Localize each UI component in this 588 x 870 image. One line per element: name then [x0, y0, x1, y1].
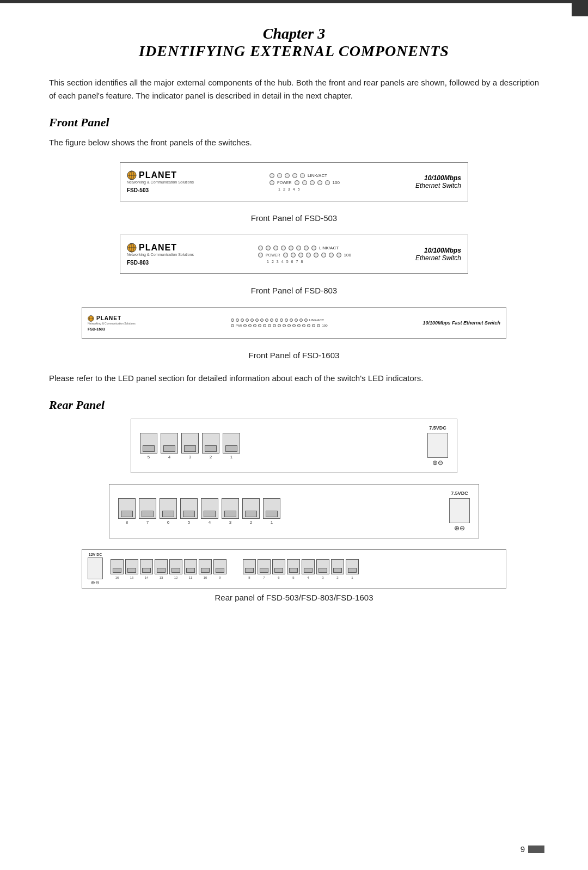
led100-group4-1603 — [302, 324, 320, 327]
led100-1 — [295, 180, 299, 185]
power-box-1603 — [88, 557, 103, 579]
fsd503-caption: Front Panel of FSD-503 — [49, 213, 539, 223]
port-803-2 — [242, 498, 260, 519]
planet-logo-503: PLANET Networking & Communication Soluti… — [127, 170, 194, 193]
port-503-2 — [202, 433, 219, 454]
fsd803-caption: Front Panel of FSD-803 — [49, 286, 539, 295]
port-1603-6 — [272, 559, 285, 574]
fsd1603-front-panel: PLANET Networking & Communication Soluti… — [82, 307, 506, 339]
fsd1603-diagram-container: PLANET Networking & Communication Soluti… — [49, 307, 539, 343]
globe-icon-803 — [127, 243, 137, 253]
led-1 — [270, 173, 274, 178]
port-803-7 — [139, 498, 156, 519]
led100-3 — [310, 180, 315, 185]
rear-503-container: 5 4 3 2 1 — [49, 419, 539, 473]
led-area-1603: LINK/ACT PWR — [231, 318, 328, 327]
power-row-1603: PWR — [231, 324, 328, 327]
port-1603-1 — [346, 559, 359, 574]
led-5 — [300, 173, 305, 178]
port-1603-3 — [316, 559, 329, 574]
led100-label-803: 100 — [344, 253, 351, 258]
led-note: Please refer to the LED panel section fo… — [49, 372, 539, 385]
planet-logo-803: PLANET Networking & Communication Soluti… — [127, 243, 194, 266]
led803-2 — [266, 246, 271, 250]
led803-3 — [273, 246, 278, 250]
brand-logo-1603: PLANET — [88, 315, 121, 322]
model-label-1603: FSD-1603 — [88, 327, 105, 331]
port-group-503: 5 4 3 2 1 — [140, 433, 240, 459]
power-area-503: 7.5VDC ⊕⊖ — [427, 425, 448, 467]
brand-name-1603: PLANET — [96, 315, 121, 321]
front-panel-description: The figure below shows the front panels … — [49, 136, 539, 149]
led100-803-1 — [283, 253, 288, 258]
fsd803-diagram-container: PLANET Networking & Communication Soluti… — [49, 235, 539, 278]
port-803-6 — [160, 498, 177, 519]
model-label-503: FSD-503 — [127, 187, 149, 193]
led-area-503: LINK/ACT POWER 100 1 — [270, 173, 340, 191]
planet-logo-1603: PLANET Networking & Communication Soluti… — [88, 315, 136, 331]
rear-caption: Rear panel of FSD-503/FSD-803/FSD-1603 — [49, 593, 539, 602]
led100-803-7 — [329, 253, 334, 258]
brand-subtext-1603: Networking & Communication Solutions — [88, 322, 136, 325]
rear-503-panel: 5 4 3 2 1 — [131, 419, 457, 473]
led100-label-503: 100 — [333, 180, 340, 185]
switch-label-803: Ethernet Switch — [415, 254, 461, 262]
port-1603-7 — [258, 559, 271, 574]
page-num-text: 9 — [520, 844, 525, 854]
power-connector-1603: ⊕⊖ — [91, 580, 100, 585]
brand-subtext-803: Networking & Communication Solutions — [127, 253, 194, 256]
led100-803-8 — [336, 253, 341, 258]
content-area: Chapter 3 IDENTIFYING EXTERNAL COMPONENT… — [0, 3, 588, 646]
port-803-8 — [118, 498, 136, 519]
chapter-title: Chapter 3 — [49, 25, 539, 42]
power-label-503: POWER — [277, 181, 291, 185]
rear-803-panel: 8 7 6 5 4 — [109, 484, 479, 538]
led-group3-1603 — [270, 318, 288, 322]
power-area-803: 7.5VDC ⊕⊖ — [449, 491, 470, 532]
brand-logo-803: PLANET — [127, 243, 177, 253]
led100-803-2 — [291, 253, 296, 258]
power-connector-503: ⊕⊖ — [432, 459, 443, 467]
power-led-803 — [258, 253, 263, 258]
power-row-803: POWER 100 — [258, 253, 351, 258]
rear-1603-container: 12V DC ⊕⊖ 16 15 14 — [49, 549, 539, 589]
port-numbers-803: 1 2 3 4 5 6 7 8 — [258, 260, 303, 264]
port-1603-11 — [184, 559, 197, 574]
power-label-803-rear: 7.5VDC — [451, 491, 468, 496]
chapter-header: Chapter 3 IDENTIFYING EXTERNAL COMPONENT… — [49, 25, 539, 60]
speed-area-803: 10/100Mbps Ethernet Switch — [415, 247, 461, 262]
brand-logo-503: PLANET — [127, 170, 177, 180]
linkact-label-503: LINK/ACT — [308, 173, 327, 178]
led100-2 — [302, 180, 307, 185]
page-number: 9 — [520, 844, 544, 854]
port-1603-2 — [331, 559, 344, 574]
power-box-503 — [427, 433, 448, 458]
led-2 — [277, 173, 282, 178]
led100-803-3 — [298, 253, 303, 258]
brand-name-503: PLANET — [139, 170, 177, 180]
led803-8 — [311, 246, 316, 250]
port-1603-16 — [111, 559, 124, 574]
port-503-4 — [161, 433, 178, 454]
fsd503-diagram-container: PLANET Networking & Communication Soluti… — [49, 162, 539, 206]
power-row-503: POWER 100 — [270, 180, 340, 185]
power-label-503-rear: 7.5VDC — [429, 425, 446, 431]
port-1603-15 — [125, 559, 138, 574]
led-group4-1603 — [290, 318, 308, 322]
power-connector-803: ⊕⊖ — [454, 524, 465, 532]
brand-subtext-503: Networking & Communication Solutions — [127, 180, 194, 184]
led100-803-4 — [306, 253, 311, 258]
led803-4 — [281, 246, 286, 250]
page-container: Chapter 3 IDENTIFYING EXTERNAL COMPONENT… — [0, 0, 588, 870]
chapter-subtitle: IDENTIFYING EXTERNAL COMPONENTS — [49, 42, 539, 60]
led803-6 — [296, 246, 301, 250]
ports-1603-group1: 16 15 14 13 — [111, 559, 226, 579]
port-503-3 — [181, 433, 199, 454]
led100-group3-1603 — [283, 324, 301, 327]
power-area-1603: 12V DC ⊕⊖ — [88, 553, 103, 585]
led803-1 — [258, 246, 263, 250]
led-3 — [285, 173, 290, 178]
port-1603-14 — [140, 559, 153, 574]
power-label-1603-rear: 12V DC — [89, 553, 102, 556]
port-503-5 — [140, 433, 157, 454]
